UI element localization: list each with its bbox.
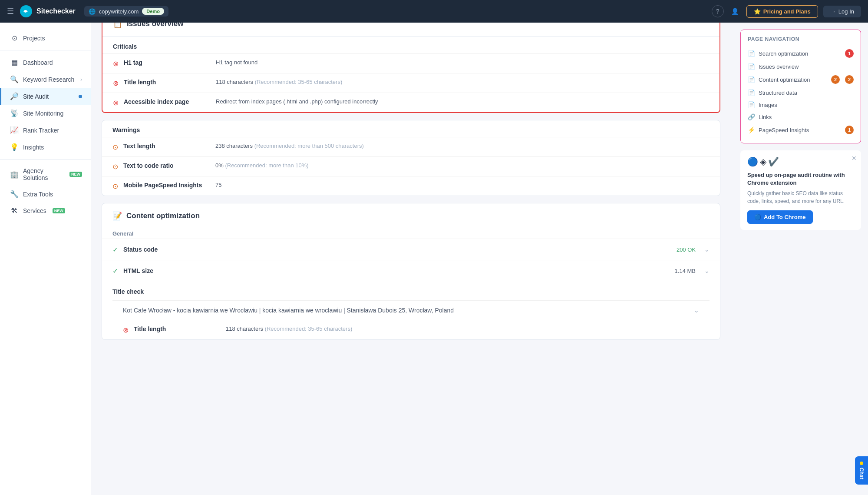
page-nav-images[interactable]: 📄 Images	[748, 99, 854, 111]
warnings-card: Warnings ⊙ Text length 238 characters (R…	[102, 120, 720, 196]
chrome-card-close[interactable]: ✕	[851, 155, 857, 162]
help-button[interactable]: ?	[712, 5, 724, 17]
check-icon: ✔️	[768, 156, 779, 167]
code-ratio-desc: 0% (Recommended: more than 10%)	[215, 162, 309, 169]
page-nav-structured-data[interactable]: 📄 Structured data	[748, 86, 854, 99]
issue-row-title-length: ⊗ Title length 118 characters (Recommend…	[102, 73, 719, 93]
title-check-section: Title check Kot Cafe Wrocław - kocia kaw…	[102, 281, 720, 339]
search-opt-badge: 1	[845, 49, 854, 58]
chevron-icon: ›	[80, 76, 82, 83]
login-icon: →	[830, 8, 836, 15]
page-nav-content-opt[interactable]: 📄 Content optimization 2 2	[748, 73, 854, 86]
site-selector[interactable]: 🌐 copywritely.com Demo	[84, 6, 168, 17]
dashboard-icon: ▦	[10, 58, 19, 66]
sidebar-label-rank-tracker: Rank Tracker	[23, 127, 59, 134]
login-button[interactable]: → Log In	[823, 6, 861, 17]
html-size-label: HTML size	[123, 267, 670, 274]
title-length-desc: 118 characters (Recommended: 35-65 chara…	[216, 79, 342, 85]
h1-desc: H1 tag not found	[216, 59, 257, 66]
sidebar-item-projects[interactable]: ⊙ Projects	[0, 30, 91, 47]
sidebar-label-dashboard: Dashboard	[23, 59, 53, 66]
pagespeed-icon: ⚡	[748, 126, 755, 133]
sidebar-item-dashboard[interactable]: ▦ Dashboard	[0, 54, 91, 71]
text-length-name: Text length	[123, 143, 210, 149]
insights-icon: 💡	[10, 143, 19, 151]
text-length-warn-icon: ⊙	[112, 143, 118, 151]
search-opt-label: Search optimization	[759, 50, 808, 57]
pagespeed-desc: 75	[215, 182, 221, 188]
sidebar-label-keyword-research: Keyword Research	[23, 76, 74, 83]
site-audit-icon: 🔎	[10, 92, 19, 100]
issues-overview-nav-icon: 📄	[748, 63, 755, 70]
sidebar-item-site-audit[interactable]: 🔎 Site Audit	[0, 88, 91, 105]
sidebar-item-extra-tools[interactable]: 🔧 Extra Tools	[0, 186, 91, 203]
status-code-chevron[interactable]: ⌄	[704, 246, 710, 253]
page-nav-links[interactable]: 🔗 Links	[748, 111, 854, 123]
hamburger-icon[interactable]: ☰	[7, 7, 14, 16]
h1-error-icon: ⊗	[113, 60, 119, 68]
sidebar-label-extra-tools: Extra Tools	[23, 191, 53, 198]
chrome-card-icons: 🔵 ◈ ✔️	[747, 156, 854, 167]
logo[interactable]: Sitechecker	[19, 4, 76, 18]
chrome-card-title: Speed up on-page audit routine with Chro…	[747, 171, 854, 187]
add-to-chrome-button[interactable]: 🔵 Add To Chrome	[747, 210, 813, 224]
chrome-btn-icon: 🔵	[754, 214, 761, 220]
sidebar-label-insights: Insights	[23, 144, 44, 151]
services-icon: 🛠	[10, 207, 19, 215]
users-button[interactable]: 👤	[729, 5, 741, 17]
pricing-button[interactable]: ⭐ Pricing and Plans	[746, 5, 818, 18]
page-nav-pagespeed[interactable]: ⚡ PageSpeed Insights 1	[748, 123, 854, 137]
content-optimization-card: 📝 Content optimization General ✓ Status …	[102, 203, 720, 340]
sidebar-item-site-monitoring[interactable]: 📡 Site Monitoring	[0, 105, 91, 122]
general-label: General	[102, 227, 720, 239]
pagespeed-badge: 1	[845, 126, 854, 134]
sidebar-item-services[interactable]: 🛠 Services NEW	[0, 203, 91, 219]
topnav-actions: ? 👤 ⭐ Pricing and Plans → Log In	[712, 5, 861, 18]
chrome-card-desc: Quickly gather basic SEO data like statu…	[747, 189, 854, 205]
warning-row-text-length: ⊙ Text length 238 characters (Recommende…	[102, 137, 720, 156]
sidebar-item-rank-tracker[interactable]: 📈 Rank Tracker	[0, 122, 91, 139]
site-favicon: 🌐	[89, 8, 96, 15]
images-icon: 📄	[748, 101, 755, 108]
sidebar-item-keyword-research[interactable]: 🔍 Keyword Research ›	[0, 71, 91, 88]
sidebar-label-agency-solutions: Agency Solutions	[23, 167, 63, 181]
title-check-chevron[interactable]: ⌄	[694, 307, 699, 314]
images-label: Images	[759, 102, 777, 108]
title-length-check-name: Title length	[134, 326, 221, 332]
sidebar-item-insights[interactable]: 💡 Insights	[0, 139, 91, 156]
page-nav-search-opt[interactable]: 📄 Search optimization 1	[748, 47, 854, 60]
index-page-name: Accessible index page	[124, 98, 211, 105]
pagespeed-name: Mobile PageSpeed Insights	[123, 182, 210, 189]
warning-row-code-ratio: ⊙ Text to code ratio 0% (Recommended: mo…	[102, 156, 720, 176]
right-panel: Page navigation 📄 Search optimization 1 …	[733, 23, 868, 357]
text-length-desc: 238 characters (Recommended: more than 5…	[215, 143, 364, 149]
html-size-chevron[interactable]: ⌄	[704, 267, 710, 274]
code-icon: ◈	[760, 156, 766, 167]
services-new-badge: NEW	[53, 208, 65, 213]
status-code-row: ✓ Status code 200 OK ⌄	[102, 239, 720, 260]
warnings-label: Warnings	[102, 120, 720, 137]
sidebar-label-services: Services	[23, 207, 46, 214]
issue-row-h1: ⊗ H1 tag H1 tag not found	[102, 53, 719, 73]
title-length-check-desc: 118 characters (Recommended: 35-65 chara…	[226, 326, 352, 332]
page-nav-issues-overview[interactable]: 📄 Issues overview	[748, 60, 854, 73]
issues-overview-nav-label: Issues overview	[759, 63, 799, 70]
help-icon: ?	[716, 8, 719, 15]
chrome-icon: 🔵	[747, 156, 758, 167]
sidebar-item-agency-solutions[interactable]: 🏢 Agency Solutions NEW	[0, 163, 91, 186]
status-code-icon: ✓	[112, 246, 118, 254]
logo-text: Sitechecker	[36, 7, 76, 15]
rank-tracker-icon: 📈	[10, 126, 19, 134]
structured-data-icon: 📄	[748, 89, 755, 96]
logo-icon	[19, 4, 33, 18]
content-opt-nav-icon: 📄	[748, 76, 755, 83]
index-page-desc: Redirect from index pages (.html and .ph…	[216, 98, 378, 105]
content-opt-title: Content optimization	[126, 212, 200, 220]
pagespeed-warn-icon: ⊙	[112, 182, 118, 190]
demo-badge: Demo	[142, 8, 164, 15]
site-name: copywritely.com	[99, 8, 139, 15]
title-error-icon: ⊗	[113, 79, 119, 87]
index-error-icon: ⊗	[113, 99, 119, 107]
title-check-value: Kot Cafe Wrocław - kocia kawiarnia we Wr…	[123, 307, 685, 314]
links-label: Links	[759, 114, 772, 120]
